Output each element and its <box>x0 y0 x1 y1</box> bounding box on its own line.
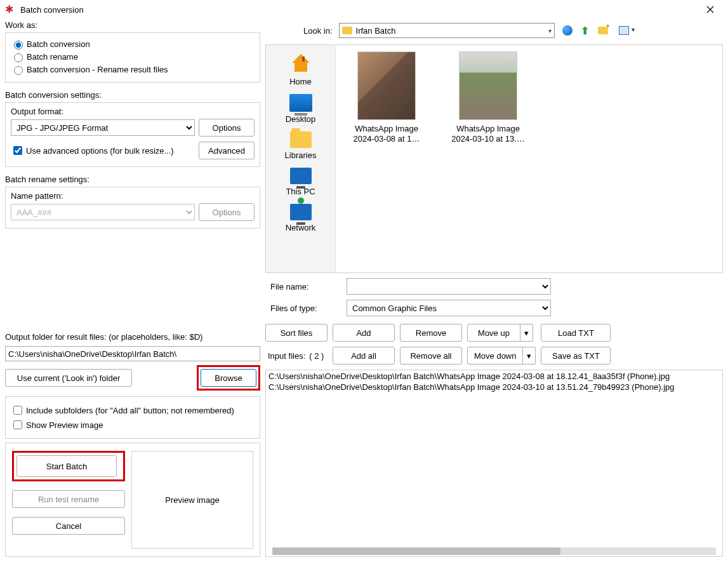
highlight-start: Start Batch <box>12 451 125 481</box>
move-up-button[interactable]: Move up <box>467 324 520 342</box>
new-folder-icon <box>598 27 608 34</box>
sort-files-button[interactable]: Sort files <box>265 324 328 342</box>
include-subfolders-label: Include subfolders (for "Add all" button… <box>26 406 234 415</box>
move-up-menu[interactable]: ▾ <box>520 324 533 342</box>
look-in-select[interactable]: Irfan Batch ▾ <box>339 23 555 38</box>
move-down-button[interactable]: Move down <box>467 347 523 365</box>
input-files-list[interactable]: C:\Users\nisha\OneDrive\Desktop\Irfan Ba… <box>265 370 723 557</box>
conv-settings-label: Batch conversion settings: <box>5 90 260 100</box>
file-thumbnail[interactable]: WhatsApp Image 2024-03-10 at 13.… <box>444 51 533 145</box>
conv-settings-group: Output format: JPG - JPG/JPEG Format Opt… <box>5 102 260 167</box>
new-folder-button[interactable] <box>597 24 609 37</box>
misc-options-group: Include subfolders (for "Add all" button… <box>5 396 260 439</box>
globe-icon <box>562 25 572 36</box>
list-controls: Sort files Input files: ( 2 ) Add Add al… <box>265 324 723 365</box>
file-thumbnail[interactable]: WhatsApp Image 2024-03-08 at 1… <box>342 51 431 145</box>
network-icon <box>290 204 312 220</box>
include-subfolders-checkbox[interactable] <box>13 406 22 415</box>
run-test-rename-button: Run test rename <box>12 490 125 508</box>
place-label: Home <box>289 77 312 86</box>
file-name-input[interactable] <box>347 278 551 295</box>
look-in-value: Irfan Batch <box>356 26 396 36</box>
name-pattern-select: AAA_### <box>11 204 195 220</box>
advanced-options-label: Use advanced options (for bulk resize...… <box>26 146 174 156</box>
files-of-type-label: Files of type: <box>265 304 341 313</box>
radio-batch-conversion[interactable] <box>14 41 23 50</box>
titlebar: ✱ Batch conversion <box>0 0 728 19</box>
preview-label: Preview image <box>165 495 219 505</box>
output-folder-input[interactable] <box>5 346 260 361</box>
app-icon: ✱ <box>5 4 15 15</box>
format-options-button[interactable]: Options <box>199 119 255 137</box>
save-txt-button[interactable]: Save as TXT <box>541 347 611 365</box>
svg-rect-0 <box>302 57 305 62</box>
advanced-options-checkbox[interactable] <box>13 146 22 155</box>
places-bar: Home Desktop Libraries This PC Network <box>266 45 336 272</box>
place-libraries[interactable]: Libraries <box>266 131 335 160</box>
preview-pane: Preview image <box>131 451 253 549</box>
chevron-down-icon: ▾ <box>548 27 552 34</box>
place-this-pc[interactable]: This PC <box>266 168 335 196</box>
scrollbar-thumb[interactable] <box>272 547 560 555</box>
start-batch-button[interactable]: Start Batch <box>17 455 117 477</box>
work-as-label: Work as: <box>5 20 260 30</box>
go-to-web-icon[interactable] <box>561 24 574 37</box>
radio-batch-conv-rename[interactable] <box>14 66 23 75</box>
file-browser: Home Desktop Libraries This PC Network W… <box>265 44 723 273</box>
file-name: WhatsApp Image 2024-03-08 at 1… <box>345 124 428 145</box>
file-name: WhatsApp Image 2024-03-10 at 13.… <box>447 124 529 145</box>
home-icon <box>289 51 312 74</box>
work-as-group: Batch conversion Batch rename Batch conv… <box>5 32 260 83</box>
place-network[interactable]: Network <box>266 204 335 232</box>
radio-label: Batch conversion - Rename result files <box>27 65 168 74</box>
rename-settings-group: Name pattern: AAA_### Options <box>5 187 260 229</box>
add-all-button[interactable]: Add all <box>333 347 395 365</box>
remove-all-button[interactable]: Remove all <box>400 347 462 365</box>
output-format-select[interactable]: JPG - JPG/JPEG Format <box>11 119 195 136</box>
desktop-icon <box>289 94 312 112</box>
radio-label: Batch rename <box>27 52 78 62</box>
show-preview-label: Show Preview image <box>26 420 103 430</box>
radio-batch-rename[interactable] <box>14 53 23 62</box>
file-area[interactable]: WhatsApp Image 2024-03-08 at 1… WhatsApp… <box>336 45 722 272</box>
thumbnail-image <box>459 51 517 120</box>
load-txt-button[interactable]: Load TXT <box>541 324 611 342</box>
place-label: Libraries <box>285 151 317 160</box>
pc-icon <box>290 168 312 184</box>
place-label: Desktop <box>286 114 316 124</box>
input-files-label: Input files: <box>268 351 305 361</box>
cancel-button[interactable]: Cancel <box>12 517 125 535</box>
chevron-down-icon: ▾ <box>527 351 531 361</box>
highlight-browse: Browse <box>197 365 260 391</box>
look-in-label: Look in: <box>303 26 333 36</box>
input-files-count: ( 2 ) <box>309 351 324 361</box>
libraries-icon <box>290 131 312 148</box>
rename-settings-label: Batch rename settings: <box>5 175 260 184</box>
window-title: Batch conversion <box>20 5 698 15</box>
radio-label: Batch conversion <box>27 39 90 49</box>
use-current-folder-button[interactable]: Use current ('Look in') folder <box>5 369 132 387</box>
up-one-level-button[interactable]: ⬆ <box>579 24 592 37</box>
rename-options-button: Options <box>199 203 255 221</box>
show-preview-checkbox[interactable] <box>13 420 22 429</box>
close-button[interactable] <box>698 1 723 18</box>
files-of-type-select[interactable]: Common Graphic Files <box>347 300 551 316</box>
move-down-menu[interactable]: ▾ <box>523 347 536 365</box>
add-button[interactable]: Add <box>333 324 395 342</box>
place-desktop[interactable]: Desktop <box>266 94 335 124</box>
action-group: Start Batch Run test rename Cancel Previ… <box>5 443 260 557</box>
name-pattern-label: Name pattern: <box>11 191 255 201</box>
list-item[interactable]: C:\Users\nisha\OneDrive\Desktop\Irfan Ba… <box>268 371 720 382</box>
file-name-label: File name: <box>265 282 341 291</box>
thumbnail-image <box>357 51 416 120</box>
up-arrow-icon: ⬆ <box>581 25 589 37</box>
view-menu-button[interactable] <box>614 24 633 37</box>
place-home[interactable]: Home <box>266 51 335 86</box>
list-item[interactable]: C:\Users\nisha\OneDrive\Desktop\Irfan Ba… <box>268 382 720 393</box>
horizontal-scrollbar[interactable] <box>272 547 716 555</box>
close-icon <box>706 6 714 13</box>
browse-button[interactable]: Browse <box>201 369 256 387</box>
folder-icon <box>342 27 352 34</box>
advanced-button[interactable]: Advanced <box>199 142 255 159</box>
remove-button[interactable]: Remove <box>400 324 462 342</box>
